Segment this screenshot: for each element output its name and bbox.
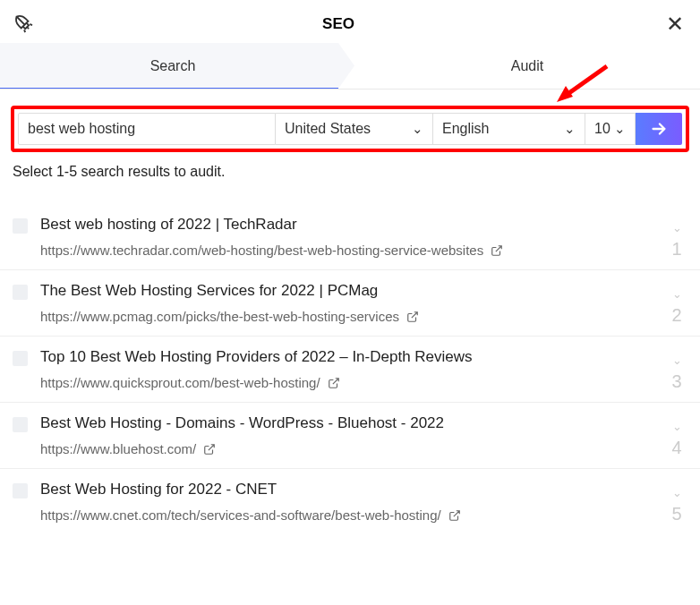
chevron-down-icon[interactable]: ⌄ (672, 221, 682, 234)
results-list: Best web hosting of 2022 | TechRadar htt… (0, 201, 700, 534)
chevron-down-icon[interactable]: ⌄ (672, 354, 682, 367)
result-side: ⌄ 3 (666, 348, 687, 390)
chevron-down-icon[interactable]: ⌄ (672, 287, 682, 301)
external-link-icon (448, 509, 461, 522)
query-input[interactable] (18, 113, 276, 145)
result-url[interactable]: https://www.techradar.com/web-hosting/be… (40, 243, 666, 258)
result-url-text: https://www.quicksprout.com/best-web-hos… (40, 375, 320, 390)
external-link-icon (406, 311, 419, 323)
language-select[interactable]: English ⌄ (433, 113, 585, 145)
chevron-down-icon: ⌄ (614, 121, 626, 137)
tab-audit-label: Audit (511, 58, 543, 74)
result-url[interactable]: https://www.quicksprout.com/best-web-hos… (40, 375, 666, 390)
result-url[interactable]: https://www.cnet.com/tech/services-and-s… (40, 507, 666, 523)
chevron-down-icon[interactable]: ⌄ (672, 420, 682, 433)
result-title: Best web hosting of 2022 | TechRadar (40, 216, 666, 234)
external-link-icon (491, 244, 503, 257)
country-value: United States (285, 121, 371, 137)
chevron-down-icon: ⌄ (564, 121, 576, 137)
result-row: Best web hosting of 2022 | TechRadar htt… (0, 201, 700, 270)
close-button[interactable]: ✕ (662, 13, 687, 35)
result-body: Best Web Hosting for 2022 - CNET https:/… (40, 481, 666, 523)
result-body: Top 10 Best Web Hosting Providers of 202… (40, 348, 666, 390)
chevron-down-icon[interactable]: ⌄ (672, 486, 682, 499)
result-url-text: https://www.cnet.com/tech/services-and-s… (40, 507, 441, 523)
chevron-down-icon: ⌄ (412, 121, 423, 137)
result-body: The Best Web Hosting Services for 2022 |… (40, 282, 666, 324)
result-title: Best Web Hosting for 2022 - CNET (40, 481, 666, 498)
result-url[interactable]: https://www.pcmag.com/picks/the-best-web… (40, 309, 666, 324)
country-select[interactable]: United States ⌄ (276, 113, 433, 145)
result-number: 2 (671, 305, 681, 326)
result-checkbox[interactable] (13, 483, 28, 498)
tab-search-label: Search (150, 58, 196, 74)
result-side: ⌄ 1 (666, 216, 687, 258)
search-button[interactable] (636, 113, 682, 145)
result-url[interactable]: https://www.bluehost.com/ (40, 441, 666, 456)
result-title: The Best Web Hosting Services for 2022 |… (40, 282, 666, 300)
page-title: SEO (14, 15, 662, 33)
result-side: ⌄ 4 (666, 414, 687, 456)
result-checkbox[interactable] (13, 417, 28, 432)
result-number: 3 (671, 371, 681, 392)
result-checkbox[interactable] (13, 285, 28, 300)
result-url-text: https://www.pcmag.com/picks/the-best-web… (40, 309, 399, 324)
search-controls: United States ⌄ English ⌄ 10 ⌄ (11, 106, 689, 152)
result-row: The Best Web Hosting Services for 2022 |… (0, 270, 700, 337)
result-url-text: https://www.techradar.com/web-hosting/be… (40, 243, 483, 258)
result-row: Top 10 Best Web Hosting Providers of 202… (0, 337, 700, 403)
modal-header: SEO ✕ (0, 0, 700, 43)
tab-bar: Search Audit (0, 43, 700, 89)
result-body: Best Web Hosting - Domains - WordPress -… (40, 414, 666, 456)
result-number: 4 (671, 438, 681, 458)
tab-audit[interactable]: Audit (354, 43, 700, 89)
result-number: 1 (671, 239, 681, 260)
result-body: Best web hosting of 2022 | TechRadar htt… (40, 216, 666, 258)
count-value: 10 (594, 121, 610, 137)
result-row: Best Web Hosting - Domains - WordPress -… (0, 403, 700, 469)
result-side: ⌄ 5 (666, 481, 687, 523)
result-number: 5 (671, 504, 681, 524)
result-checkbox[interactable] (13, 351, 28, 366)
external-link-icon (328, 377, 340, 389)
count-select[interactable]: 10 ⌄ (585, 113, 636, 145)
arrow-right-icon (649, 119, 669, 139)
external-link-icon (203, 443, 216, 456)
tab-search[interactable]: Search (0, 43, 354, 89)
result-title: Top 10 Best Web Hosting Providers of 202… (40, 348, 666, 366)
result-title: Best Web Hosting - Domains - WordPress -… (40, 414, 666, 432)
result-row: Best Web Hosting for 2022 - CNET https:/… (0, 469, 700, 534)
result-checkbox[interactable] (13, 218, 28, 234)
result-side: ⌄ 2 (666, 282, 687, 324)
instruction-text: Select 1-5 search results to audit. (13, 164, 687, 180)
result-url-text: https://www.bluehost.com/ (40, 441, 196, 456)
language-value: English (442, 121, 489, 137)
